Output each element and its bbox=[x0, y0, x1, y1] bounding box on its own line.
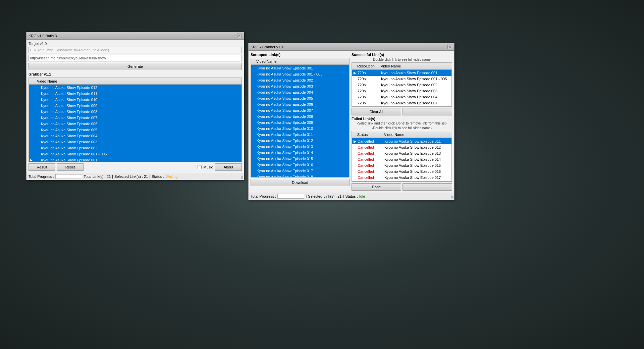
main-status-bar: Total Progress : Total Link(s) : 21 | Se… bbox=[26, 173, 244, 180]
scrapped-list-item[interactable]: Kyou no Asuka Show Episode 016 bbox=[251, 162, 349, 168]
main-separator1: | bbox=[112, 174, 113, 179]
scrapped-title: Scrapped Link(s) bbox=[251, 53, 350, 57]
scrapped-list-item[interactable]: Kyou no Asuka Show Episode 011 bbox=[251, 132, 349, 138]
failed-list-item[interactable]: CancelledKyou no Asuka Show Episode 012 bbox=[352, 144, 451, 150]
grabber-resize-handle[interactable]: ⊞ bbox=[451, 195, 453, 199]
failed-list-container: Status Video Name ▶CancelledKyou no Asuk… bbox=[352, 131, 452, 182]
main-window: KRG v1.0 Build 3 ✕ Target v1.0 Generate … bbox=[26, 32, 244, 180]
scrapped-list-item[interactable]: Kyou no Asuka Show Episode 017 bbox=[251, 168, 349, 174]
success-title: Successful Link(s) bbox=[352, 53, 452, 57]
music-checkbox[interactable] bbox=[198, 165, 202, 169]
failed-list-item[interactable]: CancelledKyou no Asuka Show Episode 017 bbox=[352, 174, 451, 181]
success-list-item[interactable]: 720pKyou no Asuka Show Episode 001 - 005 bbox=[352, 76, 451, 82]
failed-list-item[interactable]: CancelledKyou no Asuka Show Episode 018 bbox=[352, 181, 451, 182]
scrapped-list-item[interactable]: Kyou no Asuka Show Episode 015 bbox=[251, 156, 349, 162]
generate-button[interactable]: Generate bbox=[29, 63, 242, 70]
scrapped-list-item[interactable]: Kyou no Asuka Show Episode 006 bbox=[251, 101, 349, 107]
scrapped-list-item[interactable]: Kyou no Asuka Show Episode 010 bbox=[251, 126, 349, 132]
grabber-status-label: Total Progress : bbox=[251, 194, 276, 198]
scrapped-list-item[interactable]: Kyou no Asuka Show Episode 005 bbox=[251, 95, 349, 101]
scrapped-list-item[interactable]: Kyou no Asuka Show Episode 003 bbox=[251, 83, 349, 89]
scrapped-list-item[interactable]: Kyou no Asuka Show Episode 014 bbox=[251, 150, 349, 156]
failed-list-item[interactable]: CancelledKyou no Asuka Show Episode 014 bbox=[352, 156, 451, 162]
main-list-item[interactable]: Kyou no Asuka Show Episode 011 bbox=[29, 91, 241, 97]
download-button[interactable]: Download bbox=[251, 179, 350, 186]
success-list-item[interactable]: 720pKyou no Asuka Show Episode 003 bbox=[352, 88, 451, 94]
done-button[interactable]: Done bbox=[352, 183, 401, 191]
about-button[interactable]: About bbox=[215, 163, 242, 171]
main-progress-bar bbox=[55, 174, 82, 179]
scrapped-list-item[interactable]: Kyou no Asuka Show Episode 018 bbox=[251, 174, 349, 177]
grabber-window: KRG - Grabber v1.1 ✕ Scrapped Link(s) Vi… bbox=[248, 43, 454, 200]
scrapped-list-item[interactable]: Kyou no Asuka Show Episode 008 bbox=[251, 113, 349, 119]
success-list-item[interactable]: 720pKyou no Asuka Show Episode 004 bbox=[352, 94, 451, 100]
scrapped-list-item[interactable]: Kyou no Asuka Show Episode 013 bbox=[251, 144, 349, 150]
failed-list-item[interactable]: CancelledKyou no Asuka Show Episode 013 bbox=[352, 150, 451, 156]
result-button[interactable]: Result bbox=[29, 163, 55, 171]
failed-list-item[interactable]: CancelledKyou no Asuka Show Episode 015 bbox=[352, 162, 451, 168]
failed-header-name: Video Name bbox=[384, 133, 446, 137]
main-list-item[interactable]: Kyou no Asuka Show Episode 005 bbox=[29, 127, 241, 133]
failed-action-buttons: Done bbox=[352, 183, 452, 191]
main-bottom-bar: Result Reset Music About bbox=[29, 163, 242, 171]
scrapped-list-container: Video Name Kyou no Asuka Show Episode 00… bbox=[251, 58, 350, 178]
main-list-header: Video Name bbox=[29, 78, 241, 85]
grabber-separator2: | bbox=[343, 194, 344, 198]
main-list-item[interactable]: Kyou no Asuka Show Episode 006 bbox=[29, 121, 241, 127]
failed-video-list[interactable]: ▶CancelledKyou no Asuka Show Episode 011… bbox=[352, 138, 452, 182]
clear-all-button[interactable]: Clear All bbox=[352, 108, 401, 115]
main-list-item[interactable]: Kyou no Asuka Show Episode 002 bbox=[29, 145, 241, 151]
main-resize-handle[interactable]: ⊞ bbox=[240, 176, 243, 179]
success-action-button2[interactable] bbox=[402, 108, 452, 115]
reset-button[interactable]: Reset bbox=[57, 163, 84, 171]
main-window-close-button[interactable]: ✕ bbox=[237, 34, 242, 38]
main-status-value: Waiting bbox=[165, 174, 177, 179]
grabber-status-value: Idle bbox=[359, 194, 365, 198]
main-status-text: Status : bbox=[152, 174, 164, 179]
failed-list-item[interactable]: CancelledKyou no Asuka Show Episode 016 bbox=[352, 168, 451, 174]
success-action-buttons: Clear All bbox=[352, 108, 452, 115]
scrapped-list-item[interactable]: Kyou no Asuka Show Episode 004 bbox=[251, 89, 349, 95]
music-label: Music bbox=[203, 165, 213, 169]
failed-action-button2[interactable] bbox=[402, 183, 452, 191]
failed-title: Failed Link(s) bbox=[352, 117, 452, 121]
target-label: Target v1.0 bbox=[29, 42, 242, 46]
success-list-item[interactable]: 720pKyou no Asuka Show Episode 002 bbox=[352, 82, 451, 88]
success-subtitle: -Double click link to see full video nam… bbox=[352, 58, 452, 61]
main-list-item[interactable]: Kyou no Asuka Show Episode 008 bbox=[29, 109, 241, 115]
grabber-separator1: | bbox=[306, 194, 307, 198]
main-video-list[interactable]: Kyou no Asuka Show Episode 012 Kyou no A… bbox=[29, 85, 241, 162]
main-window-title: KRG v1.0 Build 3 bbox=[29, 34, 57, 38]
success-list-item[interactable]: 720pKyou no Asuka Show Episode 007 bbox=[352, 100, 451, 106]
main-list-item[interactable]: Kyou no Asuka Show Episode 009 bbox=[29, 103, 241, 109]
success-list-container: Resolution Video Name ▶720pKyou no Asuka… bbox=[352, 62, 452, 107]
main-list-header-name: Video Name bbox=[37, 79, 57, 83]
target-section: Target v1.0 bbox=[29, 42, 242, 53]
url-placeholder-field bbox=[29, 47, 242, 53]
main-list-item[interactable]: Kyou no Asuka Show Episode 007 bbox=[29, 115, 241, 121]
main-list-item[interactable]: Kyou no Asuka Show Episode 001 - 005 bbox=[29, 151, 241, 157]
scrapped-video-list[interactable]: Kyou no Asuka Show Episode 001 Kyou no A… bbox=[251, 65, 349, 177]
right-panel: Successful Link(s) -Double click link to… bbox=[352, 53, 452, 191]
main-list-item[interactable]: Kyou no Asuka Show Episode 004 bbox=[29, 133, 241, 139]
grabber-window-close-button[interactable]: ✕ bbox=[447, 45, 452, 49]
main-list-item[interactable]: Kyou no Asuka Show Episode 003 bbox=[29, 139, 241, 145]
main-list-item[interactable]: Kyou no Asuka Show Episode 012 bbox=[29, 85, 241, 91]
scrapped-list-item[interactable]: Kyou no Asuka Show Episode 007 bbox=[251, 107, 349, 113]
scrapped-list-item[interactable]: Kyou no Asuka Show Episode 002 bbox=[251, 77, 349, 83]
main-list-item[interactable]: ▶Kyou no Asuka Show Episode 001 bbox=[29, 157, 241, 162]
grabber-status-text: Status : bbox=[345, 194, 358, 198]
failed-list-item[interactable]: ▶CancelledKyou no Asuka Show Episode 011 bbox=[352, 138, 451, 144]
main-list-item[interactable]: Kyou no Asuka Show Episode 010 bbox=[29, 97, 241, 103]
scrapped-list-item[interactable]: Kyou no Asuka Show Episode 009 bbox=[251, 119, 349, 126]
scrapped-list-item[interactable]: Kyou no Asuka Show Episode 001 bbox=[251, 65, 349, 71]
scrapped-list-item[interactable]: Kyou no Asuka Show Episode 012 bbox=[251, 138, 349, 144]
success-list-item[interactable]: ▶720pKyou no Asuka Show Episode 001 bbox=[352, 70, 451, 76]
success-video-list[interactable]: ▶720pKyou no Asuka Show Episode 001 720p… bbox=[352, 69, 452, 106]
music-checkbox-label[interactable]: Music bbox=[198, 165, 213, 169]
grabber-label: Grabber v1.1 bbox=[29, 72, 242, 76]
url-input[interactable] bbox=[29, 55, 242, 61]
scrapped-header-name: Video Name bbox=[256, 59, 343, 63]
success-header-name: Video Name bbox=[381, 64, 446, 68]
scrapped-list-item[interactable]: Kyou no Asuka Show Episode 001 - 005 bbox=[251, 71, 349, 77]
